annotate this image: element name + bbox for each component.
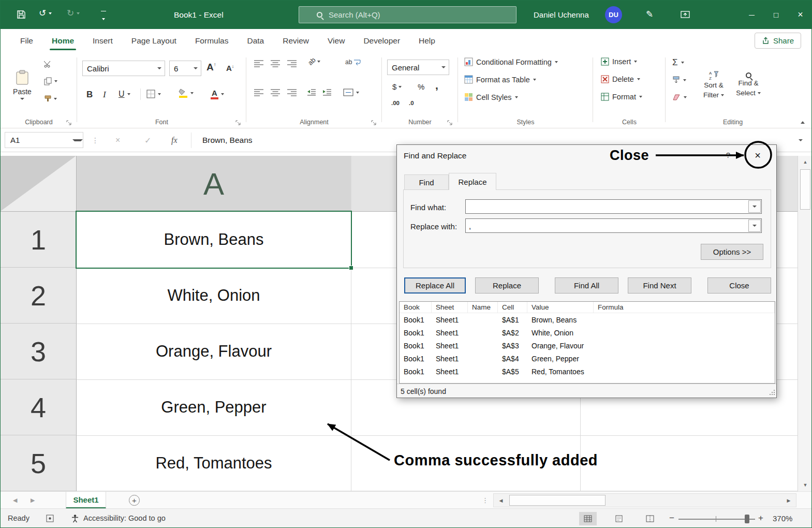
minimize-button[interactable]: ─: [740, 1, 764, 29]
close-button[interactable]: Close: [707, 277, 771, 294]
paste-button[interactable]: Paste: [7, 55, 38, 114]
splitter-dots-icon[interactable]: ⋮: [482, 492, 489, 509]
align-center-button[interactable]: [270, 89, 280, 99]
find-select-button[interactable]: Find & Select: [732, 55, 765, 114]
autosum-button[interactable]: Σ: [672, 57, 684, 68]
fill-button[interactable]: [672, 76, 686, 84]
replace-with-dropdown-button[interactable]: [748, 219, 761, 232]
col-value[interactable]: Value: [527, 302, 594, 313]
percent-style-button[interactable]: %: [418, 82, 424, 91]
italic-button[interactable]: I: [103, 90, 106, 100]
row-header-5[interactable]: 5: [1, 435, 77, 491]
font-size-select[interactable]: 6: [169, 61, 201, 76]
ribbon-display-options-icon[interactable]: [680, 9, 690, 22]
align-right-button[interactable]: [287, 89, 297, 99]
result-row[interactable]: Book1Sheet1$A$5Red, Tomantoes: [400, 365, 775, 378]
bold-button[interactable]: B: [86, 90, 93, 100]
align-middle-button[interactable]: [270, 60, 280, 70]
format-cells-button[interactable]: Format: [601, 93, 642, 101]
zoom-in-button[interactable]: +: [758, 513, 763, 523]
replace-button[interactable]: Replace: [475, 277, 539, 294]
increase-font-size-button[interactable]: A↑: [206, 62, 216, 73]
share-button[interactable]: Share: [755, 33, 801, 49]
zoom-level[interactable]: 370%: [773, 514, 792, 523]
results-list[interactable]: Book Sheet Name Cell Value Formula Book1…: [399, 301, 775, 384]
col-cell[interactable]: Cell: [498, 302, 527, 313]
horizontal-scroll-thumb[interactable]: [509, 495, 606, 506]
zoom-slider-thumb[interactable]: [745, 515, 749, 523]
scroll-right-icon[interactable]: ▶: [783, 494, 795, 507]
cell-a4[interactable]: Green, Pepper: [77, 379, 351, 435]
cell-styles-button[interactable]: Cell Styles: [464, 93, 518, 101]
accessibility-status[interactable]: Accessibility: Good to go: [83, 514, 166, 522]
col-book[interactable]: Book: [400, 302, 432, 313]
cut-button[interactable]: [44, 61, 52, 70]
tab-data[interactable]: Data: [238, 29, 273, 52]
add-sheet-button[interactable]: +: [129, 495, 140, 506]
conditional-formatting-button[interactable]: Conditional Formatting: [464, 57, 558, 66]
redo-button[interactable]: ↻: [67, 8, 80, 19]
window-close-button[interactable]: ×: [788, 1, 812, 29]
dialog-tab-find[interactable]: Find: [404, 174, 449, 190]
tab-review[interactable]: Review: [273, 29, 318, 52]
cell-a2[interactable]: White, Onion: [77, 268, 351, 324]
macro-record-icon[interactable]: [46, 515, 54, 524]
tab-insert[interactable]: Insert: [83, 29, 122, 52]
clear-button[interactable]: [672, 94, 687, 101]
column-header-a[interactable]: A: [77, 156, 351, 212]
row-header-1[interactable]: 1: [1, 212, 77, 268]
insert-cells-button[interactable]: Insert: [601, 57, 637, 66]
avatar[interactable]: DU: [605, 6, 622, 23]
accounting-format-button[interactable]: $: [392, 82, 402, 91]
copy-button[interactable]: [44, 77, 57, 85]
normal-view-button[interactable]: [579, 512, 597, 525]
align-top-button[interactable]: [254, 60, 264, 70]
cell-a5[interactable]: Red, Tomantoes: [77, 435, 351, 491]
dialog-tab-replace[interactable]: Replace: [449, 173, 496, 190]
row-header-4[interactable]: 4: [1, 379, 77, 435]
resize-grip[interactable]: [769, 389, 775, 397]
font-dialog-launcher[interactable]: [235, 119, 242, 125]
tab-developer[interactable]: Developer: [354, 29, 409, 52]
number-dialog-launcher[interactable]: [447, 119, 453, 125]
col-formula[interactable]: Formula: [594, 302, 775, 313]
scroll-up-icon[interactable]: ▲: [798, 157, 812, 167]
clipboard-dialog-launcher[interactable]: [66, 119, 72, 125]
scroll-left-icon[interactable]: ◀: [495, 494, 507, 507]
tab-file[interactable]: File: [11, 29, 42, 52]
result-row[interactable]: Book1Sheet1$A$1Brown, Beans: [400, 313, 775, 326]
confirm-entry-button[interactable]: ✓: [144, 128, 151, 152]
scroll-down-icon[interactable]: ▼: [798, 480, 812, 490]
sheet-nav-left-icon[interactable]: ◀: [13, 492, 17, 509]
wrap-text-button[interactable]: ab: [345, 58, 361, 66]
replace-all-button[interactable]: Replace All: [404, 277, 466, 294]
format-as-table-button[interactable]: Format as Table: [464, 75, 536, 84]
zoom-out-button[interactable]: −: [669, 513, 674, 523]
insert-function-button[interactable]: fx: [171, 128, 178, 152]
sheet-tab-sheet1[interactable]: Sheet1: [66, 492, 106, 509]
page-break-view-button[interactable]: [641, 512, 659, 525]
dialog-help-button[interactable]: ?: [721, 151, 735, 159]
comma-style-button[interactable]: ,: [435, 79, 438, 92]
tab-page-layout[interactable]: Page Layout: [122, 29, 186, 52]
fill-color-button[interactable]: [179, 89, 194, 98]
orientation-button[interactable]: ab: [308, 57, 320, 65]
result-row[interactable]: Book1Sheet1$A$3Orange, Flavour: [400, 339, 775, 352]
decrease-font-size-button[interactable]: A↓: [226, 64, 234, 72]
merge-center-button[interactable]: [343, 89, 359, 96]
align-left-button[interactable]: [254, 89, 264, 99]
user-name[interactable]: Daniel Uchenna: [534, 1, 589, 29]
increase-indent-button[interactable]: [322, 89, 332, 98]
zoom-slider[interactable]: [678, 519, 755, 520]
options-button[interactable]: Options >>: [701, 244, 763, 260]
tab-formulas[interactable]: Formulas: [186, 29, 238, 52]
underline-button[interactable]: U: [119, 90, 130, 99]
increase-decimal-button[interactable]: .00: [391, 100, 400, 106]
find-what-input[interactable]: [466, 200, 748, 213]
accessibility-icon[interactable]: [71, 514, 79, 524]
page-layout-view-button[interactable]: [610, 512, 628, 525]
fill-handle[interactable]: [349, 266, 353, 270]
dialog-close-button[interactable]: ×: [747, 148, 769, 163]
format-painter-button[interactable]: [44, 95, 57, 102]
col-sheet[interactable]: Sheet: [432, 302, 468, 313]
